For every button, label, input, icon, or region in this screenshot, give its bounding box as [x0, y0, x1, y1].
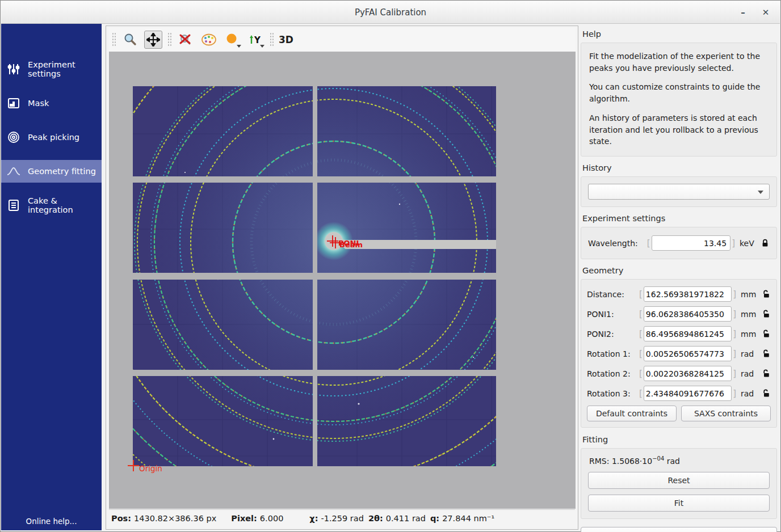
lock-closed-icon[interactable]	[760, 239, 770, 247]
plot-canvas[interactable]: PONI Beam Origin	[109, 52, 576, 509]
toolbar-drag-handle[interactable]	[167, 32, 171, 47]
saxs-constraints-button[interactable]: SAXS contraints	[681, 406, 771, 421]
help-paragraph: Fit the modelization of the experient to…	[589, 50, 769, 74]
distance-input[interactable]	[644, 286, 732, 302]
mask-icon	[7, 96, 20, 110]
zoom-reset-button[interactable]	[177, 31, 195, 49]
lock-open-icon[interactable]	[761, 330, 771, 338]
sidebar-item-label: Mask	[28, 99, 49, 108]
toolbar-drag-handle[interactable]	[270, 32, 274, 47]
help-paragraph: An history of parameters is stored at ea…	[589, 112, 769, 147]
wavelength-input[interactable]	[652, 235, 731, 251]
status-2theta-value: 0.411 rad	[386, 514, 426, 523]
rms-value: RMS: 1.5068·10−04 rad	[589, 455, 769, 466]
zoom-button[interactable]	[121, 31, 139, 49]
titlebar: PyFAI Calibration – ✕	[1, 1, 780, 24]
status-pixel-label: Pixel:	[231, 514, 257, 523]
sidebar-item-geometry-fitting[interactable]: Geometry fitting	[1, 160, 102, 183]
history-section-title: History	[582, 163, 776, 172]
sidebar-item-label: Geometry fitting	[28, 167, 96, 176]
status-chi-label: χ:	[309, 514, 318, 523]
default-constraints-button[interactable]: Default contraints	[587, 406, 677, 421]
beam-label: Beam	[339, 240, 363, 249]
right-panel: Help Fit the modelization of the experie…	[581, 26, 777, 530]
lock-open-icon[interactable]	[761, 349, 771, 358]
rotation3-field: Rotation 3: [ ] rad	[587, 386, 771, 401]
status-q-label: q:	[430, 514, 439, 523]
chevron-down-icon	[758, 191, 763, 194]
pan-arrows-icon	[146, 33, 160, 47]
lock-open-icon[interactable]	[761, 369, 771, 378]
fitting-section: RMS: 1.5068·10−04 rad Reset Fit	[581, 448, 777, 519]
poni1-field: PONI1: [ ] mm	[587, 306, 771, 322]
chevron-down-icon	[260, 45, 264, 48]
magnifier-x-icon	[178, 33, 193, 47]
axis-orientation-button[interactable]: Y	[246, 31, 264, 49]
chevron-down-icon	[237, 45, 241, 48]
online-help-link[interactable]: Online help...	[1, 517, 102, 526]
sidebar-item-peak-picking[interactable]: Peak picking	[1, 126, 102, 149]
svg-text:Y: Y	[254, 35, 261, 45]
status-q-value: 27.844 nm⁻¹	[442, 514, 494, 523]
wavelength-unit: keV	[740, 239, 760, 248]
app-window: PyFAI Calibration – ✕ Experiment setting…	[0, 0, 781, 532]
lock-open-icon[interactable]	[761, 290, 771, 298]
fit-button[interactable]: Fit	[588, 495, 770, 512]
lock-open-icon[interactable]	[761, 310, 771, 318]
sliders-icon	[7, 62, 20, 76]
geometry-section-title: Geometry	[582, 266, 776, 275]
rotation2-input[interactable]	[644, 366, 732, 381]
help-section-title: Help	[582, 29, 776, 39]
minimize-button[interactable]: –	[736, 6, 750, 19]
sidebar-item-label: Experiment settings	[28, 60, 102, 78]
help-text: Fit the modelization of the experient to…	[581, 43, 777, 157]
history-section	[581, 176, 777, 207]
plot-toolbar: Y 3D	[108, 28, 576, 51]
rotation1-input[interactable]	[644, 346, 732, 361]
lock-open-icon[interactable]	[761, 389, 771, 398]
close-button[interactable]: ✕	[758, 6, 773, 19]
status-2theta-label: 2θ:	[368, 514, 383, 523]
status-pixel-value: 6.000	[260, 514, 284, 523]
help-paragraph: You can customize constraints to guide t…	[589, 81, 769, 104]
peak-curve-icon	[7, 164, 20, 178]
poni1-input[interactable]	[644, 306, 732, 322]
fitting-section-title: Fitting	[582, 435, 776, 444]
geometry-section: Distance: [ ] mm PONI1: [ ] mm	[581, 279, 777, 428]
poni2-input[interactable]	[644, 326, 732, 341]
distance-field: Distance: [ ] mm	[587, 286, 771, 302]
palette-icon	[201, 33, 217, 47]
document-icon	[7, 199, 20, 212]
concentric-rings-icon	[7, 130, 20, 144]
rotation2-field: Rotation 2: [ ] rad	[587, 366, 771, 381]
colormap-button[interactable]	[200, 31, 218, 49]
wavelength-label: Wavelength:	[588, 239, 638, 248]
pan-button[interactable]	[144, 31, 162, 49]
window-title: PyFAI Calibration	[1, 7, 780, 18]
sidebar-item-label: Peak picking	[28, 133, 79, 142]
marker-style-button[interactable]	[223, 31, 241, 49]
rotation3-input[interactable]	[644, 386, 732, 401]
sidebar: Experiment settings Mask Peak picking Ge…	[1, 24, 102, 530]
statusbar: Pos: 1430.82×386.36 px Pixel: 6.000 χ: -…	[109, 509, 575, 527]
toolbar-drag-handle[interactable]	[112, 32, 116, 47]
magnifier-icon	[123, 33, 137, 47]
sidebar-item-experiment-settings[interactable]: Experiment settings	[1, 58, 102, 81]
detector-image: PONI Beam Origin	[109, 52, 576, 509]
plot-widget: Y 3D	[106, 26, 578, 530]
view-3d-button[interactable]: 3D	[279, 34, 293, 45]
next-button[interactable]: Next >	[581, 527, 777, 532]
reset-button[interactable]: Reset	[588, 472, 770, 489]
status-pos-value: 1430.82×386.36 px	[134, 514, 216, 523]
wavelength-field: Wavelength: [ ] keV	[588, 235, 770, 251]
status-chi-value: -1.259 rad	[321, 514, 364, 523]
sidebar-item-mask[interactable]: Mask	[1, 92, 102, 115]
orange-circle-icon	[226, 33, 238, 46]
status-pos-label: Pos:	[111, 514, 131, 523]
sidebar-item-label: Cake & integration	[28, 196, 102, 214]
origin-label: Origin	[139, 464, 162, 473]
poni2-field: PONI2: [ ] mm	[587, 326, 771, 341]
history-combobox[interactable]	[588, 184, 770, 200]
rotation1-field: Rotation 1: [ ] rad	[587, 346, 771, 361]
sidebar-item-cake-integration[interactable]: Cake & integration	[1, 194, 102, 217]
